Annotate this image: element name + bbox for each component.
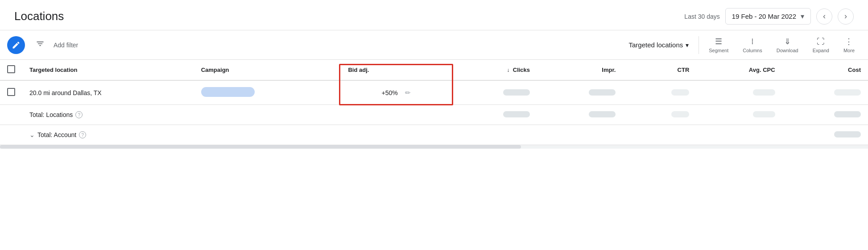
cell-targeted-location: 20.0 mi around Dallas, TX (22, 80, 194, 105)
total-account-label-cell: ⌄ Total: Account ? (22, 125, 194, 145)
columns-icon: ⁞ (751, 37, 754, 46)
th-impr: Impr. (537, 60, 623, 80)
total-locations-info-icon[interactable]: ? (75, 111, 83, 118)
date-range-value: 19 Feb - 20 Mar 2022 (732, 12, 796, 20)
total-locations-label: Total: Locations (29, 111, 73, 118)
total-account-checkbox-cell (0, 125, 22, 145)
total-locations-avg-cpc (696, 105, 782, 125)
total-avg-cpc-blurred (753, 111, 775, 117)
th-cost: Cost (782, 60, 868, 80)
segment-button[interactable]: ☰ Segment (703, 34, 735, 56)
expand-label: Expand (813, 48, 829, 53)
download-icon: ⇓ (784, 37, 791, 46)
th-avg-cpc: Avg. CPC (696, 60, 782, 80)
horizontal-scrollbar[interactable] (0, 145, 868, 149)
add-filter-button[interactable]: Add filter (48, 38, 83, 52)
ctr-blurred (671, 89, 689, 96)
chevron-down-account-icon: ⌄ (29, 131, 35, 138)
impr-blurred (589, 89, 616, 96)
total-locations-ctr (623, 105, 696, 125)
total-account-info-icon[interactable]: ? (79, 131, 86, 138)
cell-campaign (194, 80, 341, 105)
toolbar-actions: ☰ Segment ⁞ Columns ⇓ Download ⛶ Expand … (703, 34, 861, 56)
th-ctr: CTR (623, 60, 696, 80)
cell-avg-cpc (696, 80, 782, 105)
total-account-bid-adj (341, 125, 451, 145)
toolbar-divider (699, 36, 699, 54)
columns-label: Columns (743, 48, 762, 53)
expand-icon: ⛶ (817, 37, 825, 46)
total-account-label: Total: Account (37, 131, 76, 138)
data-table-container: Targeted location Campaign Bid adj. ↓ Cl… (0, 60, 868, 145)
table-header-row: Targeted location Campaign Bid adj. ↓ Cl… (0, 60, 868, 80)
prev-date-button[interactable]: ‹ (816, 8, 832, 25)
toolbar: Add filter Targeted locations ▾ ☰ Segmen… (0, 30, 868, 60)
total-locations-clicks (451, 105, 537, 125)
bid-adj-value: +50% (381, 89, 397, 96)
more-icon: ⋮ (845, 37, 853, 46)
th-targeted-location: Targeted location (22, 60, 194, 80)
segment-icon: ☰ (715, 37, 722, 46)
total-account-impr (537, 125, 623, 145)
edit-button[interactable] (7, 36, 25, 54)
total-locations-row: Total: Locations ? (0, 105, 868, 125)
more-label: More (843, 48, 855, 53)
dropdown-chevron-icon: ▾ (686, 42, 689, 49)
cell-bid-adj: +50% ✏ (341, 80, 451, 105)
bid-edit-pencil-icon[interactable]: ✏ (405, 89, 411, 97)
total-ctr-blurred (671, 111, 689, 117)
cell-impr (537, 80, 623, 105)
total-locations-bid-adj (341, 105, 451, 125)
total-locations-checkbox-cell (0, 105, 22, 125)
total-account-cost-blurred (834, 131, 861, 138)
date-range-label: Last 30 days (684, 13, 719, 20)
targeted-locations-dropdown[interactable]: Targeted locations ▾ (623, 38, 695, 52)
th-bid-adj: Bid adj. (341, 60, 451, 80)
total-locations-campaign (194, 105, 341, 125)
cell-cost (782, 80, 868, 105)
cost-blurred (834, 89, 861, 96)
sort-arrow-icon: ↓ (507, 67, 509, 73)
data-table: Targeted location Campaign Bid adj. ↓ Cl… (0, 60, 868, 145)
chevron-down-icon: ▾ (801, 12, 804, 21)
total-cost-blurred (834, 111, 861, 117)
date-range-picker[interactable]: 19 Feb - 20 Mar 2022 ▾ (725, 8, 811, 25)
total-account-campaign (194, 125, 341, 145)
campaign-pill (201, 87, 255, 97)
row-checkbox[interactable] (7, 88, 15, 96)
total-account-ctr (623, 125, 696, 145)
total-account-avg-cpc (696, 125, 782, 145)
total-account-row: ⌄ Total: Account ? (0, 125, 868, 145)
page-header: Locations Last 30 days 19 Feb - 20 Mar 2… (0, 0, 868, 30)
select-all-checkbox[interactable] (7, 65, 15, 73)
page: Locations Last 30 days 19 Feb - 20 Mar 2… (0, 0, 868, 250)
download-label: Download (777, 48, 798, 53)
pencil-icon (12, 41, 21, 50)
clicks-blurred (503, 89, 530, 96)
total-locations-label-cell: Total: Locations ? (22, 105, 194, 125)
expand-button[interactable]: ⛶ Expand (806, 34, 835, 56)
th-campaign: Campaign (194, 60, 341, 80)
table-row: 20.0 mi around Dallas, TX +50% ✏ (0, 80, 868, 105)
next-date-button[interactable]: › (838, 8, 854, 25)
columns-button[interactable]: ⁞ Columns (736, 34, 768, 56)
total-clicks-blurred (503, 111, 530, 117)
cell-clicks (451, 80, 537, 105)
targeted-locations-label: Targeted locations (629, 41, 683, 49)
row-checkbox-cell (0, 80, 22, 105)
filter-icon[interactable] (32, 36, 48, 54)
download-button[interactable]: ⇓ Download (770, 34, 805, 56)
th-checkbox (0, 60, 22, 80)
total-account-cost (782, 125, 868, 145)
header-right: Last 30 days 19 Feb - 20 Mar 2022 ▾ ‹ › (684, 8, 854, 25)
expand-account-button[interactable]: ⌄ Total: Account (29, 131, 76, 138)
total-locations-impr (537, 105, 623, 125)
segment-label: Segment (709, 48, 728, 53)
more-button[interactable]: ⋮ More (837, 34, 861, 56)
total-impr-blurred (589, 111, 616, 117)
avg-cpc-blurred (753, 89, 775, 96)
total-locations-cost (782, 105, 868, 125)
page-title: Locations (14, 9, 64, 23)
scrollbar-thumb[interactable] (0, 145, 521, 149)
th-clicks: ↓ Clicks (451, 60, 537, 80)
